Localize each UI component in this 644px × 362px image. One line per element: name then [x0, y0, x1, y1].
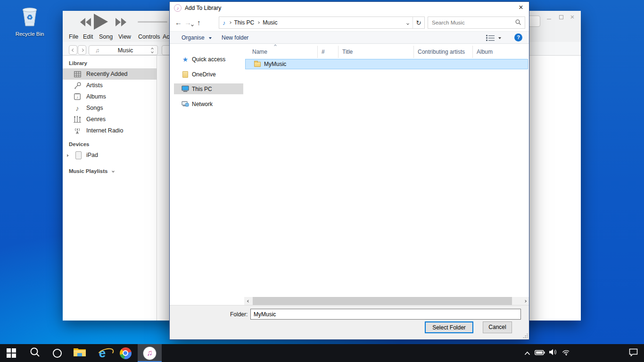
cortana-button[interactable] — [46, 344, 68, 362]
sidebar-item-internet-radio[interactable]: Internet Radio — [63, 125, 157, 136]
sidebar-item-songs[interactable]: ♪ Songs — [63, 102, 157, 114]
chrome-button[interactable] — [115, 344, 136, 362]
music-note-icon: ♫ — [95, 47, 99, 54]
recycle-bin[interactable]: ♻ Recycle Bin — [9, 4, 50, 37]
onedrive-icon — [182, 71, 189, 78]
note-icon: ♪ — [74, 104, 81, 112]
stepper-icon — [151, 48, 153, 53]
select-folder-button[interactable]: Select Folder — [425, 321, 473, 333]
internet-explorer-button[interactable]: e — [91, 344, 113, 362]
itunes-forward-button[interactable] — [78, 45, 86, 55]
menu-song[interactable]: Song — [99, 32, 113, 42]
taskbar-search-button[interactable] — [24, 344, 46, 362]
show-hidden-icons-button[interactable] — [524, 351, 530, 355]
network-icon — [182, 100, 189, 108]
action-center-icon — [629, 348, 638, 358]
chevron-down-icon — [209, 37, 212, 39]
grid-icon — [74, 70, 81, 78]
dialog-nav-pane: ★ Quick access OneDrive This PC — [170, 44, 244, 297]
view-mode-chevron-icon[interactable] — [498, 37, 501, 39]
file-explorer-button[interactable] — [69, 344, 91, 362]
cancel-button[interactable]: Cancel — [483, 321, 512, 333]
forward-arrow-icon: → — [184, 18, 191, 26]
menu-view[interactable]: View — [118, 32, 131, 42]
itunes-maximize-button[interactable] — [557, 13, 565, 21]
scroll-right-button[interactable] — [521, 297, 529, 305]
breadcrumb-chevron-icon[interactable] — [229, 21, 231, 24]
menu-edit[interactable]: Edit — [83, 32, 93, 42]
scrollbar-thumb[interactable] — [253, 297, 512, 305]
expander-icon[interactable] — [67, 152, 69, 158]
taskbar: e ♫ — [0, 344, 644, 362]
scroll-left-button[interactable] — [244, 297, 252, 305]
itunes-taskbar-button[interactable]: ♫ — [138, 344, 162, 362]
menu-file[interactable]: File — [69, 32, 78, 42]
dialog-footer: Folder: Select Folder Cancel — [170, 305, 529, 339]
devices-header: Devices — [69, 141, 89, 147]
nav-item-network[interactable]: Network — [170, 99, 243, 109]
nav-item-this-pc[interactable]: This PC — [174, 83, 243, 94]
start-button[interactable] — [0, 344, 22, 362]
sidebar-item-recently-added[interactable]: Recently Added — [63, 68, 157, 80]
sidebar-item-artists[interactable]: Artists — [63, 80, 157, 91]
menu-controls[interactable]: Controls — [138, 32, 160, 42]
desktop: ♻ Recycle Bin × File Edit — [0, 0, 644, 362]
horizontal-scrollbar[interactable] — [244, 297, 529, 305]
battery-icon[interactable] — [535, 349, 545, 357]
music-playlists-header[interactable]: Music Playlists — [69, 168, 114, 174]
view-mode-icon[interactable] — [486, 35, 495, 42]
resize-grip-icon[interactable] — [523, 333, 528, 338]
column-name[interactable]: Name — [244, 46, 318, 58]
previous-track-icon[interactable] — [80, 18, 91, 28]
back-arrow-icon[interactable]: ← — [175, 18, 182, 26]
refresh-icon[interactable]: ↻ — [413, 19, 424, 26]
itunes-minimize-button[interactable] — [545, 13, 553, 21]
breadcrumb-chevron-icon[interactable] — [257, 21, 260, 24]
play-icon[interactable] — [93, 14, 108, 32]
new-folder-button[interactable]: New folder — [222, 34, 248, 41]
address-bar[interactable]: ♪ This PC Music ↻ — [219, 16, 425, 29]
folder-icon — [254, 62, 261, 67]
sidebar-item-albums[interactable]: ♪ Albums — [63, 91, 157, 102]
search-input[interactable] — [428, 19, 515, 26]
breadcrumb-this-pc[interactable]: This PC — [234, 19, 255, 26]
library-header: Library — [69, 60, 87, 66]
media-type-selector[interactable]: ♫ Music — [89, 45, 158, 55]
nav-item-quick-access[interactable]: ★ Quick access — [170, 54, 243, 65]
album-icon: ♪ — [74, 93, 81, 100]
organise-button[interactable]: Organise — [182, 34, 212, 41]
volume-icon[interactable] — [549, 349, 558, 357]
file-row-mymusic[interactable]: MyMusic — [245, 59, 528, 69]
chrome-icon — [120, 347, 132, 359]
quick-access-star-icon: ★ — [182, 56, 189, 63]
folder-name-input[interactable] — [250, 309, 521, 320]
help-icon[interactable]: ? — [514, 33, 522, 41]
itunes-close-button[interactable]: × — [568, 13, 577, 21]
recent-locations-chevron-icon[interactable] — [191, 21, 193, 27]
itunes-back-button[interactable] — [69, 45, 77, 55]
media-type-value: Music — [99, 47, 151, 54]
sidebar-item-genres[interactable]: Genres — [63, 114, 157, 125]
search-icon[interactable] — [515, 19, 521, 26]
address-dropdown-chevron-icon[interactable] — [403, 19, 413, 26]
internet-explorer-icon: e — [99, 347, 106, 359]
wifi-icon[interactable] — [562, 349, 570, 357]
column-title[interactable]: Title — [339, 46, 414, 58]
microphone-icon — [74, 82, 81, 89]
nav-item-onedrive[interactable]: OneDrive — [170, 69, 243, 80]
action-center-button[interactable] — [622, 344, 644, 362]
column-album[interactable]: Album — [473, 46, 529, 58]
file-explorer-icon — [73, 347, 86, 359]
up-arrow-icon[interactable]: ↑ — [197, 18, 201, 26]
recycle-bin-icon: ♻ — [17, 22, 42, 30]
column-contributing-artists[interactable]: Contributing artists — [414, 46, 473, 58]
dialog-close-button[interactable]: × — [514, 2, 528, 14]
breadcrumb-music[interactable]: Music — [263, 19, 277, 26]
genres-icon — [74, 115, 81, 123]
dialog-title-bar: ♪ Add To Library × — [170, 2, 529, 14]
sidebar-item-ipad[interactable]: iPad — [63, 149, 157, 161]
volume-slider[interactable] — [138, 21, 167, 23]
dialog-search-box[interactable] — [428, 16, 525, 29]
next-track-icon[interactable] — [115, 18, 126, 28]
column-number[interactable]: # — [318, 46, 339, 58]
